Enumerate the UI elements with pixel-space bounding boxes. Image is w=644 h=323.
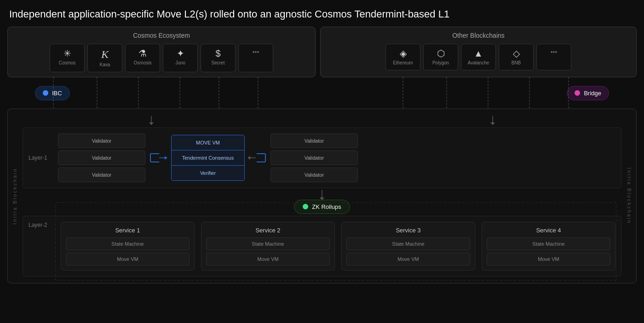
initia-blockchain-wrapper: Initia Blockchain Initia Blockchain Laye… (7, 109, 637, 283)
down-arrows-area (23, 115, 621, 126)
validator-right-3: Validator (270, 167, 358, 182)
left-bracket-area (148, 153, 168, 162)
right-bracket-area (247, 153, 268, 162)
chain-avalanche: ▲ Avalanche (461, 44, 496, 70)
service-4-state-machine: State Machine (487, 237, 610, 250)
consensus-box: Tendermint Consensus (172, 150, 244, 166)
osmosis-label: Osmosis (134, 60, 152, 65)
chain-kava: K Kava (87, 44, 122, 72)
validator-right-2: Validator (270, 150, 358, 165)
service-2-title: Service 2 (206, 227, 330, 234)
page-title: Independent application-specific Move L2… (0, 0, 644, 27)
kava-icon: K (101, 49, 109, 60)
chain-juno: ✦ Juno (163, 44, 198, 72)
layer2-label: Layer-2 (29, 222, 55, 228)
layer1-label: Layer-1 (29, 155, 55, 161)
kava-label: Kava (100, 62, 110, 67)
arrow-to-zk (317, 190, 327, 202)
cosmos-label: Cosmos (59, 60, 76, 65)
other-icons-row: ◈ Ethereum ⬡ Polygon ▲ Avalanche ◇ BNB •… (325, 44, 632, 70)
chain-polygon: ⬡ Polygon (423, 44, 458, 70)
bridge-badge: Bridge (567, 86, 609, 100)
cosmos-ecosystem-box: Cosmos Ecosystem ✳ Cosmos K Kava ⚗ Osmos… (7, 27, 316, 77)
zk-label: ZK Rollups (312, 203, 341, 210)
service-2-move-vm: Move VM (206, 253, 330, 265)
arrow-down-bridge (488, 116, 497, 125)
cosmos-icons-row: ✳ Cosmos K Kava ⚗ Osmosis ✦ Juno $ Sec (12, 44, 310, 72)
service-4-box: Service 4 State Machine Move VM (482, 222, 615, 271)
layer2-container: Layer-2 Service 1 State Machine Move VM … (23, 216, 621, 277)
validator-left-3: Validator (58, 167, 145, 182)
chain-secret: $ Secret (201, 44, 236, 72)
validator-right-1: Validator (270, 133, 358, 148)
bnb-label: BNB (512, 60, 521, 65)
juno-icon: ✦ (177, 49, 184, 58)
service-3-state-machine: State Machine (346, 237, 470, 250)
top-section: Cosmos Ecosystem ✳ Cosmos K Kava ⚗ Osmos… (7, 27, 637, 77)
polygon-icon: ⬡ (437, 49, 445, 58)
polygon-label: Polygon (432, 60, 449, 65)
bnb-icon: ◇ (513, 49, 520, 58)
service-2-state-machine: State Machine (206, 237, 330, 250)
bridge-dot (575, 90, 580, 96)
ethereum-label: Ethereum (393, 60, 413, 65)
secret-label: Secret (212, 60, 225, 65)
initia-label-right: Initia Blockchain (627, 167, 632, 224)
ethereum-icon: ◈ (400, 49, 407, 58)
diagram-container: Cosmos Ecosystem ✳ Cosmos K Kava ⚗ Osmos… (0, 27, 644, 291)
service-4-title: Service 4 (487, 227, 610, 234)
service-1-title: Service 1 (66, 227, 190, 234)
service-4-move-vm: Move VM (487, 253, 610, 265)
ibc-label: IBC (52, 90, 62, 97)
arrow-down-ibc (147, 116, 156, 125)
svg-marker-18 (247, 156, 250, 160)
service-1-state-machine: State Machine (66, 237, 190, 250)
arrow-right-1 (159, 153, 168, 162)
validator-left-2: Validator (58, 150, 145, 165)
service-3-box: Service 3 State Machine Move VM (341, 222, 475, 271)
right-validators: Validator Validator Validator (270, 133, 358, 182)
other-title: Other Blockchains (325, 32, 632, 39)
verifier-box: Verifier (172, 166, 244, 180)
cosmos-icon: ✳ (63, 49, 71, 58)
juno-label: Juno (175, 60, 185, 65)
service-2-box: Service 2 State Machine Move VM (201, 222, 335, 271)
validator-left-1: Validator (58, 133, 145, 148)
ibc-dot (43, 90, 48, 96)
chain-more-cosmos: ••• (238, 44, 273, 72)
connector-svg (7, 77, 637, 109)
arrow-left-1 (247, 153, 257, 162)
osmosis-icon: ⚗ (138, 49, 147, 58)
service-1-box: Service 1 State Machine Move VM (61, 222, 195, 271)
other-blockchains-box: Other Blockchains ◈ Ethereum ⬡ Polygon ▲… (320, 27, 637, 77)
svg-marker-16 (165, 156, 167, 160)
ibc-badge: IBC (35, 86, 70, 100)
svg-marker-20 (320, 197, 324, 200)
connector-area: IBC Bridge (7, 77, 637, 109)
service-3-title: Service 3 (346, 227, 470, 234)
chain-osmosis: ⚗ Osmosis (125, 44, 160, 72)
chain-more-other: ••• (536, 44, 571, 70)
chain-bnb: ◇ BNB (499, 44, 534, 70)
move-vm-box: MOVE VM (172, 135, 244, 150)
zk-rollups-area: ZK Rollups (23, 191, 621, 216)
svg-marker-12 (149, 122, 154, 125)
zk-dot (303, 204, 308, 209)
svg-marker-14 (490, 122, 495, 125)
bracket-right (257, 153, 266, 162)
avalanche-icon: ▲ (474, 49, 483, 58)
service-1-move-vm: Move VM (66, 253, 190, 265)
bracket-left (150, 153, 159, 162)
services-grid: Service 1 State Machine Move VM Service … (61, 222, 615, 271)
secret-icon: $ (215, 49, 220, 58)
chain-cosmos: ✳ Cosmos (50, 44, 85, 72)
chain-ethereum: ◈ Ethereum (385, 44, 420, 70)
bridge-label: Bridge (584, 90, 601, 97)
more-cosmos-icon: ••• (253, 49, 259, 55)
center-stack: MOVE VM Tendermint Consensus Verifier (171, 135, 245, 181)
cosmos-title: Cosmos Ecosystem (12, 32, 310, 39)
more-other-icon: ••• (551, 49, 558, 55)
left-validators: Validator Validator Validator (58, 133, 145, 182)
avalanche-label: Avalanche (468, 60, 489, 65)
layer1-container: Layer-1 Validator Validator Validator MO… (23, 127, 621, 188)
